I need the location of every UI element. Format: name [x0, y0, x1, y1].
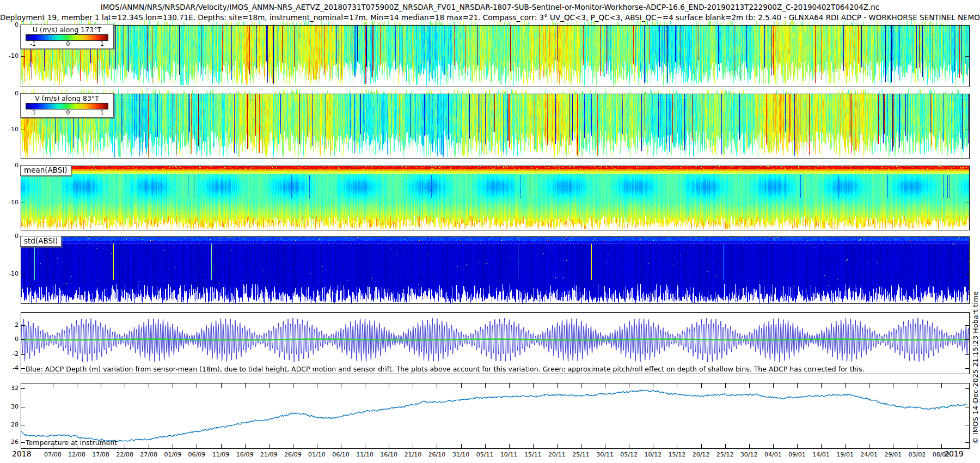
y-axis-tick [965, 354, 969, 355]
figure-root: IMOS/ANMN/NRS/NRSDAR/Velocity/IMOS_ANMN-… [0, 0, 980, 463]
panel-u-velocity: U (m/s) along 173°T -1 0 1 [21, 25, 970, 87]
x-tick-label: 06/10 [332, 451, 350, 458]
x-tick-label: 07/08 [44, 451, 62, 458]
x-tick-label: 03/02 [909, 451, 926, 458]
panel-mean-absi: mean(ABSI) [21, 166, 970, 230]
y-axis-tick [965, 203, 969, 203]
x-tick-label: 16/10 [380, 451, 397, 458]
y-axis-tick [965, 339, 969, 340]
u-colorbar-legend: U (m/s) along 173°T -1 0 1 [20, 25, 114, 49]
x-tick-label: 17/08 [92, 451, 109, 458]
x-tick-label: 27/08 [140, 451, 157, 458]
x-tick-label: 20/11 [548, 451, 566, 458]
u-velocity-heatmap-canvas [21, 26, 969, 87]
u-colorbar-ticklabels: -1 0 1 [21, 41, 113, 47]
x-tick-label: 26/09 [284, 451, 302, 458]
y-tick-label: -10 [1, 199, 19, 206]
x-tick-label: 11/10 [356, 451, 373, 458]
x-tick-label: 11/09 [212, 451, 230, 458]
y-axis-tick [21, 407, 25, 407]
y-tick-label: 2 [1, 321, 19, 328]
y-tick-label: 0 [1, 233, 19, 240]
y-axis-tick [21, 130, 25, 130]
colorbar-tick-mid: 0 [66, 109, 70, 116]
x-tick-label: 06/09 [188, 451, 206, 458]
colorbar-tick-mid: 0 [66, 41, 70, 47]
y-axis-tick [21, 325, 25, 326]
x-tick-label: 15/11 [524, 451, 542, 458]
y-axis-tick [965, 325, 969, 326]
x-tick-label: 05/11 [476, 451, 494, 458]
colorbar-tick-min: -1 [30, 41, 36, 47]
x-tick-label: 30/11 [596, 451, 614, 458]
imos-watermark: © IMOS 14-Dec-2025 21:15:23 Hobart time [971, 221, 979, 444]
x-tick-label: 01/10 [308, 451, 326, 458]
x-tick-label: 21/10 [404, 451, 421, 458]
x-tick-label: 22/08 [116, 451, 133, 458]
y-axis-tick [965, 442, 969, 443]
panel-v-velocity: V (m/s) along 83°T -1 0 1 [21, 94, 970, 159]
y-axis-tick [21, 368, 25, 369]
y-axis-tick [965, 56, 969, 57]
x-tick-label: 20/12 [693, 451, 710, 458]
x-axis-year-end: 2019 [944, 449, 964, 458]
y-axis-tick [965, 425, 969, 425]
u-surface-tick-strip [21, 20, 970, 25]
depth-caption: Blue: ADCP Depth (m) variation from sens… [26, 365, 865, 373]
v-colorbar-legend: V (m/s) along 83°T -1 0 1 [20, 93, 114, 118]
x-tick-label: 04/01 [764, 451, 782, 458]
y-tick-label: -10 [1, 270, 19, 277]
y-tick-label: 0 [1, 90, 19, 97]
v-colorbar-ticklabels: -1 0 1 [21, 109, 113, 116]
y-tick-label: 30 [1, 403, 19, 410]
y-axis-tick [965, 368, 969, 369]
x-tick-label: 05/12 [620, 451, 638, 458]
x-tick-label: 14/01 [812, 451, 830, 458]
y-axis-tick [21, 339, 25, 340]
x-tick-label: 10/11 [500, 451, 518, 458]
temperature-label: Temperature at instrument [26, 438, 117, 447]
mean-absi-label: mean(ABSI) [20, 165, 71, 176]
y-tick-label: -4 [1, 364, 19, 371]
y-axis-tick [965, 274, 969, 275]
y-axis-tick [965, 236, 969, 237]
y-axis-tick [21, 203, 25, 203]
colorbar-tick-max: 1 [100, 109, 104, 116]
figure-title: IMOS/ANMN/NRS/NRSDAR/Velocity/IMOS_ANMN-… [0, 3, 980, 11]
y-axis-tick [21, 425, 25, 425]
y-axis-tick [965, 388, 969, 389]
x-tick-label: 30/12 [740, 451, 758, 458]
v-surface-ticks-canvas [21, 89, 970, 94]
u-surface-ticks-canvas [21, 20, 970, 25]
colorbar-tick-max: 1 [100, 41, 104, 47]
x-tick-label: 01/09 [164, 451, 181, 458]
y-tick-label: -10 [1, 126, 19, 133]
y-axis-tick [965, 166, 969, 166]
panel-temperature: Temperature at instrument [21, 383, 970, 449]
v-legend-title: V (m/s) along 83°T [21, 94, 113, 102]
colorbar-tick-min: -1 [30, 109, 36, 116]
x-tick-label: 25/12 [716, 451, 734, 458]
y-tick-label: 26 [1, 438, 19, 446]
y-tick-label: -2 [1, 350, 19, 357]
panel-depth-variation: Blue: ADCP Depth (m) variation from sens… [21, 312, 970, 374]
y-tick-label: 32 [1, 385, 19, 392]
y-tick-label: 0 [1, 336, 19, 343]
y-axis-tick [21, 442, 25, 443]
x-tick-label: 31/10 [452, 451, 470, 458]
y-tick-label: 0 [1, 21, 19, 28]
std-absi-heatmap-canvas [21, 237, 969, 303]
x-tick-label: 21/09 [260, 451, 278, 458]
temperature-line-canvas [21, 383, 969, 448]
y-axis-tick [965, 407, 969, 407]
u-legend-title: U (m/s) along 173°T [21, 26, 113, 34]
x-tick-label: 29/01 [884, 451, 902, 458]
x-tick-label: 19/01 [836, 451, 854, 458]
x-tick-label: 26/10 [428, 451, 446, 458]
y-tick-label: 28 [1, 421, 19, 428]
y-axis-tick [21, 388, 25, 389]
x-tick-label: 10/12 [644, 451, 661, 458]
y-axis-tick [965, 130, 969, 130]
x-axis-year-start: 2018 [12, 449, 32, 458]
y-axis-tick [965, 25, 969, 26]
